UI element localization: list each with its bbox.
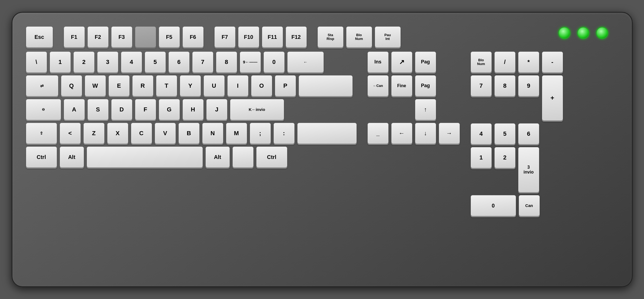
key-num5[interactable]: 5	[494, 123, 515, 144]
key-bloc-num[interactable]: BloNum	[346, 26, 372, 47]
key-shift-left[interactable]: ⇧	[26, 123, 57, 144]
key-num-multiply[interactable]: *	[518, 52, 539, 73]
nav-row-2: ←Can Fine Pag	[367, 75, 460, 96]
nav-row-1: Ins ↗ Pag	[367, 52, 460, 73]
nav-row-arrows: _ ← ↓ →	[367, 123, 460, 144]
key-i[interactable]: I	[227, 75, 248, 96]
key-alt-right[interactable]: Alt	[205, 147, 230, 168]
key-canc[interactable]: ←Can	[367, 75, 389, 96]
key-less[interactable]: <	[60, 123, 81, 144]
key-arrow-up[interactable]: ↑	[415, 99, 436, 120]
key-s[interactable]: S	[87, 99, 109, 120]
key-r[interactable]: R	[132, 75, 153, 96]
key-f7[interactable]: F7	[214, 26, 235, 47]
key-u[interactable]: U	[204, 75, 225, 96]
key-f[interactable]: F	[135, 99, 156, 120]
key-v[interactable]: V	[155, 123, 176, 144]
key-d[interactable]: D	[111, 99, 132, 120]
key-home[interactable]: ↗	[391, 52, 412, 73]
key-t[interactable]: T	[156, 75, 177, 96]
numpad-row-3: 4 5 6	[471, 123, 563, 144]
key-end[interactable]: Fine	[391, 75, 412, 96]
key-f11[interactable]: F11	[262, 26, 283, 47]
key-f2[interactable]: F2	[87, 26, 109, 47]
key-num-can[interactable]: Can	[519, 195, 540, 216]
nav-cluster: Ins ↗ Pag ←Can Fine Pag ↑ _ ←	[367, 52, 460, 144]
key-f1[interactable]: F1	[64, 26, 85, 47]
key-numlock[interactable]: BloNum	[471, 52, 492, 73]
key-w[interactable]: W	[85, 75, 106, 96]
row-asdf: ⊖ A S D F G H J K←invio	[26, 99, 357, 120]
key-z[interactable]: Z	[83, 123, 104, 144]
key-f4[interactable]	[135, 26, 156, 47]
key-num6[interactable]: 6	[518, 123, 539, 144]
key-3[interactable]: 3	[97, 52, 118, 73]
row-qwerty: ⇄ Q W E R T Y U I O P	[26, 75, 357, 96]
key-num1[interactable]: 1	[471, 147, 492, 168]
key-pgdn[interactable]: Pag	[415, 75, 436, 96]
key-5[interactable]: 5	[145, 52, 166, 73]
key-num7[interactable]: 7	[471, 75, 492, 96]
key-b[interactable]: B	[178, 123, 200, 144]
key-arrow-left-nav[interactable]: ←	[391, 123, 412, 144]
key-menu[interactable]	[232, 147, 254, 168]
key-space[interactable]	[87, 147, 203, 168]
key-enter-partial[interactable]	[299, 75, 353, 96]
key-arrow-right[interactable]: →	[439, 123, 460, 144]
key-4[interactable]: 4	[121, 52, 142, 73]
key-num-enter[interactable]: 3invio	[518, 147, 539, 192]
key-esc[interactable]: Esc	[26, 26, 53, 47]
key-6[interactable]: 6	[168, 52, 190, 73]
key-num-slash[interactable]: /	[494, 52, 515, 73]
key-stamp[interactable]: StaRisp	[318, 26, 343, 47]
key-m[interactable]: M	[226, 123, 247, 144]
key-num-plus[interactable]: +	[542, 75, 563, 121]
key-9[interactable]: 9←——	[240, 52, 261, 73]
key-pause[interactable]: PauInt	[375, 26, 401, 47]
key-f6[interactable]: F6	[183, 26, 204, 47]
key-h[interactable]: H	[183, 99, 204, 120]
key-backspace[interactable]: ←	[287, 52, 324, 73]
key-num8[interactable]: 8	[494, 75, 515, 96]
key-num9[interactable]: 9	[518, 75, 539, 96]
key-7[interactable]: 7	[192, 52, 213, 73]
key-pgup[interactable]: Pag	[415, 52, 436, 73]
key-2[interactable]: 2	[73, 52, 95, 73]
key-num2[interactable]: 2	[494, 147, 515, 168]
key-8[interactable]: 8	[216, 52, 237, 73]
key-e[interactable]: E	[109, 75, 130, 96]
key-n[interactable]: N	[202, 123, 223, 144]
key-colon[interactable]: :	[274, 123, 295, 144]
keyboard: Esc F1 F2 F3 F5 F6 F7 F10 F11 F12 StaRis…	[12, 12, 633, 287]
key-o[interactable]: O	[251, 75, 272, 96]
key-a[interactable]: A	[64, 99, 85, 120]
key-q[interactable]: Q	[61, 75, 82, 96]
key-ins[interactable]: Ins	[367, 52, 389, 73]
key-ctrl-left[interactable]: Ctrl	[26, 147, 57, 168]
key-f3[interactable]: F3	[111, 26, 132, 47]
key-num0[interactable]: 0	[471, 195, 516, 216]
key-x[interactable]: X	[107, 123, 128, 144]
key-c[interactable]: C	[131, 123, 152, 144]
key-k-enter[interactable]: K←invio	[230, 99, 284, 120]
key-caps[interactable]: ⊖	[26, 99, 61, 120]
key-f12[interactable]: F12	[286, 26, 307, 47]
key-f10[interactable]: F10	[238, 26, 259, 47]
key-underscore[interactable]: _	[367, 123, 389, 144]
key-tab[interactable]: ⇄	[26, 75, 58, 96]
key-semicolon[interactable]: ;	[250, 123, 271, 144]
key-backslash[interactable]: \	[26, 52, 47, 73]
key-ctrl-right[interactable]: Ctrl	[256, 147, 287, 168]
key-alt-left[interactable]: Alt	[60, 147, 84, 168]
key-0[interactable]: 0	[264, 52, 285, 73]
key-shift-right[interactable]	[297, 123, 357, 144]
key-y[interactable]: Y	[180, 75, 201, 96]
key-num-minus[interactable]: -	[542, 52, 563, 73]
key-p[interactable]: P	[275, 75, 296, 96]
key-arrow-down[interactable]: ↓	[415, 123, 436, 144]
key-f5[interactable]: F5	[159, 26, 180, 47]
key-j[interactable]: J	[206, 99, 227, 120]
key-1[interactable]: 1	[50, 52, 71, 73]
key-g[interactable]: G	[159, 99, 180, 120]
key-num4[interactable]: 4	[471, 123, 492, 144]
